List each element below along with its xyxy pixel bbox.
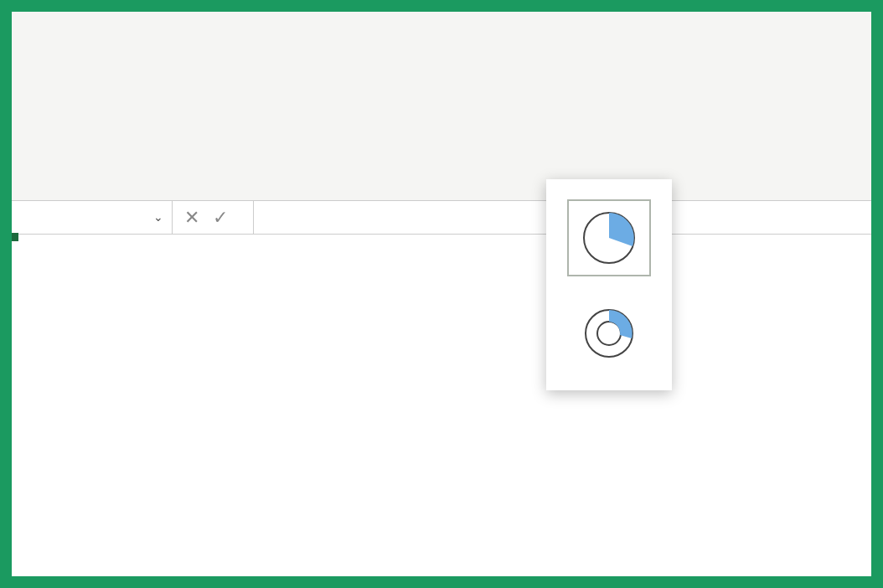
formula-bar: ⌄ ✕ ✓	[12, 201, 871, 235]
ribbon-tabs	[12, 12, 871, 59]
doughnut-chart-icon	[581, 305, 638, 362]
pie-chart-icon	[581, 209, 638, 266]
name-box[interactable]: ⌄	[12, 201, 173, 234]
cancel-icon[interactable]: ✕	[184, 207, 199, 229]
pie-2d-option[interactable]	[567, 199, 651, 276]
pie-chart-dropdown	[546, 179, 672, 390]
selection-border	[12, 235, 17, 240]
doughnut-option[interactable]	[567, 295, 651, 372]
ribbon	[12, 59, 871, 201]
dropdown-section-doughnut	[553, 283, 665, 295]
enter-icon[interactable]: ✓	[213, 207, 228, 229]
dropdown-section-2d-pie	[553, 188, 665, 199]
chevron-down-icon: ⌄	[153, 210, 163, 224]
excel-window: ⌄ ✕ ✓	[12, 12, 871, 576]
